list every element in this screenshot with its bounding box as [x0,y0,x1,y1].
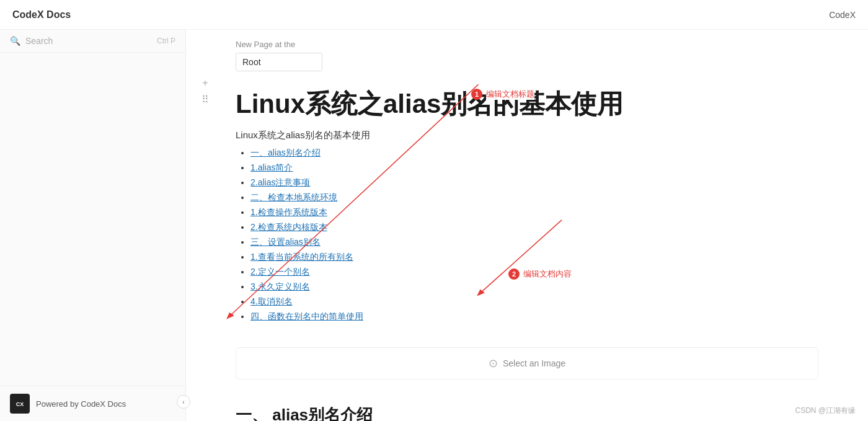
content-area: New Page at the Root Current Page + ⠿ Li… [186,30,868,421]
toc-link[interactable]: 一、alias别名介绍 [250,148,321,157]
toc-link[interactable]: 2.alias注意事项 [250,177,310,187]
annotation-1-number: 1 [471,89,482,100]
sidebar-footer-text: Powered by CodeX Docs [36,399,126,409]
toc-list-item[interactable]: 三、设置alias别名 [250,237,818,248]
new-page-select[interactable]: Root Current Page [236,53,322,71]
sidebar-content [0,53,185,386]
sidebar-footer: CX Powered by CodeX Docs [0,386,185,421]
toc-link[interactable]: 4.取消别名 [250,296,293,306]
sidebar-collapse-button[interactable]: ‹ [177,395,190,409]
toc-list-item[interactable]: 3.永久定义别名 [250,281,818,293]
toc-link[interactable]: 二、检查本地系统环境 [250,192,337,202]
toc-list-item[interactable]: 四、函数在别名中的简单使用 [250,311,818,322]
sidebar: 🔍 Search Ctrl P CX Powered by CodeX Docs… [0,30,186,421]
nav-right-label: CodeX [829,10,856,20]
toc-list-item[interactable]: 1.检查操作系统版本 [250,207,818,218]
toc-link[interactable]: 3.永久定义别名 [250,281,310,291]
doc-title-section: Linux系统之alias别名的基本使用 1 编辑文档标题 [236,89,818,120]
image-icon: ⊙ [489,357,498,370]
toc-list-item[interactable]: 1.查看当前系统的所有别名 [250,252,818,263]
annotation-1-text: 编辑文档标题 [486,89,534,100]
toc-link[interactable]: 2.检查系统内核版本 [250,222,327,232]
toc-list-item[interactable]: 2.检查系统内核版本 [250,222,818,233]
annotation-2-number: 2 [508,268,520,280]
footer-credits: CSDN @江湖有缘 [795,405,856,416]
main-layout: 🔍 Search Ctrl P CX Powered by CodeX Docs… [0,30,868,421]
toc-list-item[interactable]: 1.alias简介 [250,162,818,174]
chevron-left-icon: ‹ [182,399,184,405]
image-select-label: Select an Image [503,358,565,368]
search-bar[interactable]: 🔍 Search Ctrl P [0,30,185,53]
annotation-2-text: 编辑文档内容 [523,268,572,280]
new-page-bar: New Page at the Root Current Page [186,30,868,76]
new-page-select-wrap: Root Current Page [236,53,818,71]
toc-list: 一、alias别名介绍1.alias简介2.alias注意事项二、检查本地系统环… [236,148,818,322]
toc-link[interactable]: 三、设置alias别名 [250,237,321,247]
toc-list-item[interactable]: 二、检查本地系统环境 [250,192,818,203]
new-page-label: New Page at the [236,40,818,49]
toc-heading: Linux系统之alias别名的基本使用 [236,130,818,141]
search-placeholder-text: Search [25,36,152,46]
add-block-button[interactable]: + [198,76,212,90]
search-shortcut: Ctrl P [157,37,175,45]
toc-list-item[interactable]: 2.alias注意事项 [250,177,818,188]
drag-handle[interactable]: ⠿ [198,92,212,106]
toc-list-item[interactable]: 4.取消别名 [250,296,818,308]
search-icon: 🔍 [10,36,20,46]
toc-list-item[interactable]: 一、alias别名介绍 [250,148,818,159]
annotation-2: 2 编辑文档内容 [508,268,572,280]
nav-logo[interactable]: CodeX Docs [12,9,71,20]
toc-link[interactable]: 1.查看当前系统的所有别名 [250,252,353,262]
section-heading: 一、 alias别名介绍 [186,392,868,421]
block-tools: + ⠿ [198,76,212,106]
top-nav: CodeX Docs CodeX [0,0,868,30]
annotation-1: 1 编辑文档标题 [471,89,534,100]
svg-text:CX: CX [16,401,24,407]
image-select-bar[interactable]: ⊙ Select an Image [236,347,818,379]
toc-link[interactable]: 四、函数在别名中的简单使用 [250,311,363,321]
toc-link[interactable]: 1.检查操作系统版本 [250,207,327,217]
doc-area: + ⠿ Linux系统之alias别名的基本使用 1 编辑文档标题 Linux系… [186,76,868,335]
toc-link[interactable]: 2.定义一个别名 [250,267,310,277]
sidebar-footer-logo: CX [10,394,30,414]
toc-link[interactable]: 1.alias简介 [250,162,293,172]
